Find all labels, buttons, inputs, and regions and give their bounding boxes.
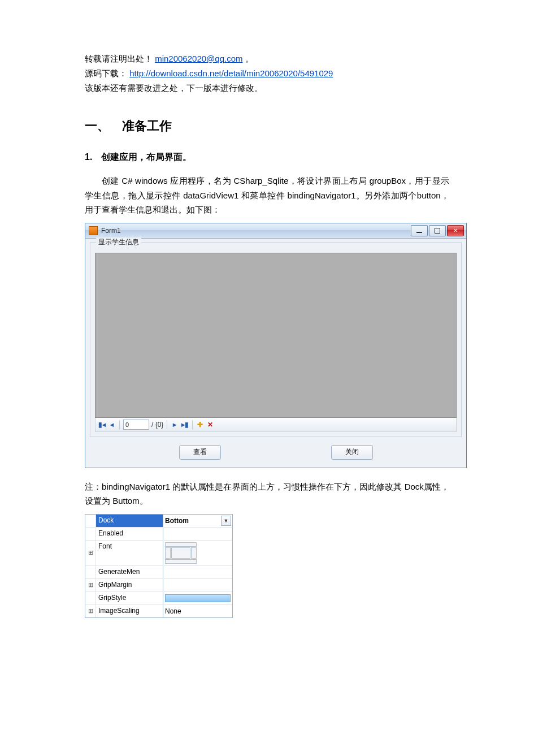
nav-next-icon[interactable]: ▸ bbox=[171, 421, 179, 429]
property-row[interactable]: GenerateMen bbox=[85, 566, 232, 579]
property-name: Font bbox=[96, 541, 163, 565]
form1-title: Form1 bbox=[101, 227, 411, 235]
expand-icon[interactable]: ⊞ bbox=[85, 605, 96, 617]
nav-position-input[interactable]: 0 bbox=[123, 420, 149, 430]
nav-separator bbox=[192, 420, 193, 429]
property-value-text: Bottom bbox=[165, 517, 189, 525]
intro-line1-prefix: 转载请注明出处！ bbox=[85, 54, 153, 63]
property-name: Dock bbox=[96, 515, 163, 527]
form1-app-icon bbox=[89, 226, 98, 235]
property-value[interactable] bbox=[163, 528, 232, 540]
download-link[interactable]: http://download.csdn.net/detail/min20062… bbox=[129, 68, 333, 78]
property-value[interactable]: Bottom▼ bbox=[163, 515, 232, 527]
section-1-heading: 一、 准备工作 bbox=[85, 118, 449, 135]
minimize-button[interactable] bbox=[411, 225, 428, 236]
dropdown-icon[interactable]: ▼ bbox=[221, 516, 231, 526]
intro-line2-prefix: 源码下载： bbox=[85, 68, 127, 78]
paragraph-1: 创建 C# windows 应用程序，名为 CSharp_Sqlite，将设计界… bbox=[85, 174, 449, 217]
nav-separator bbox=[119, 420, 120, 429]
expand-icon[interactable]: ⊞ bbox=[85, 579, 96, 591]
form1-titlebar: Form1 ✕ bbox=[85, 223, 466, 239]
window-buttons: ✕ bbox=[411, 225, 464, 236]
maximize-button[interactable] bbox=[429, 225, 446, 236]
expand-icon bbox=[85, 528, 96, 540]
note-paragraph: 注：bindingNavigator1 的默认属性是在界面的上方，习惯性操作在下… bbox=[85, 479, 449, 508]
button-row: 查看 关闭 bbox=[90, 437, 462, 462]
property-row[interactable]: GripStyle bbox=[85, 592, 232, 605]
subsection-1-heading: 1. 创建应用，布局界面。 bbox=[85, 152, 449, 163]
property-row[interactable]: ⊞Font bbox=[85, 541, 232, 566]
property-row[interactable]: DockBottom▼ bbox=[85, 515, 232, 528]
expand-icon bbox=[85, 515, 96, 527]
property-name: GripStyle bbox=[96, 592, 163, 604]
groupbox-legend: 显示学生信息 bbox=[96, 237, 141, 247]
gripstyle-preview bbox=[165, 594, 231, 602]
expand-icon bbox=[85, 592, 96, 604]
datagridview[interactable] bbox=[95, 253, 457, 418]
nav-add-icon[interactable]: ✚ bbox=[196, 421, 204, 429]
property-value[interactable] bbox=[163, 541, 232, 565]
document-page: 转载请注明出处！ min20062020@qq.com 。 源码下载： http… bbox=[0, 0, 534, 652]
view-button[interactable]: 查看 bbox=[179, 445, 221, 460]
nav-separator bbox=[167, 420, 167, 429]
property-row[interactable]: Enabled bbox=[85, 528, 232, 541]
nav-first-icon[interactable]: ▮◂ bbox=[98, 421, 106, 429]
dock-editor-icon[interactable] bbox=[165, 542, 197, 564]
groupbox-student-info: 显示学生信息 ▮◂ ◂ 0 / {0} ▸ ▸▮ ✚ ✕ bbox=[90, 242, 462, 437]
intro-block: 转载请注明出处！ min20062020@qq.com 。 源码下载： http… bbox=[85, 52, 449, 95]
form1-client-area: 显示学生信息 ▮◂ ◂ 0 / {0} ▸ ▸▮ ✚ ✕ 查看 bbox=[85, 239, 466, 468]
property-value[interactable] bbox=[163, 566, 232, 578]
nav-delete-icon[interactable]: ✕ bbox=[206, 421, 214, 429]
property-name: GripMargin bbox=[96, 579, 163, 591]
property-name: Enabled bbox=[96, 528, 163, 540]
author-email-link[interactable]: min20062020@qq.com bbox=[155, 54, 242, 63]
property-row[interactable]: ⊞GripMargin bbox=[85, 579, 232, 592]
close-button[interactable]: 关闭 bbox=[331, 445, 373, 460]
expand-icon[interactable]: ⊞ bbox=[85, 541, 96, 565]
property-value[interactable] bbox=[163, 579, 232, 591]
nav-count-label: / {0} bbox=[151, 421, 163, 429]
intro-line-2: 源码下载： http://download.csdn.net/detail/mi… bbox=[85, 67, 449, 80]
property-name: ImageScaling bbox=[96, 605, 163, 617]
property-grid: DockBottom▼Enabled⊞FontGenerateMen⊞GripM… bbox=[85, 514, 233, 618]
nav-last-icon[interactable]: ▸▮ bbox=[181, 421, 189, 429]
close-window-button[interactable]: ✕ bbox=[447, 225, 464, 236]
property-value[interactable]: None bbox=[163, 605, 232, 617]
form1-window: Form1 ✕ 显示学生信息 ▮◂ ◂ 0 / {0} ▸ ▸▮ bbox=[85, 223, 467, 468]
nav-prev-icon[interactable]: ◂ bbox=[108, 421, 116, 429]
expand-icon bbox=[85, 566, 96, 578]
intro-line-3: 该版本还有需要改进之处，下一版本进行修改。 bbox=[85, 81, 449, 95]
intro-line1-suffix: 。 bbox=[245, 54, 254, 63]
property-value[interactable] bbox=[163, 592, 232, 604]
intro-line-1: 转载请注明出处！ min20062020@qq.com 。 bbox=[85, 52, 449, 66]
property-row[interactable]: ⊞ImageScalingNone bbox=[85, 605, 232, 617]
binding-navigator: ▮◂ ◂ 0 / {0} ▸ ▸▮ ✚ ✕ bbox=[95, 418, 457, 432]
property-value-text: None bbox=[165, 607, 181, 615]
property-name: GenerateMen bbox=[96, 566, 163, 578]
